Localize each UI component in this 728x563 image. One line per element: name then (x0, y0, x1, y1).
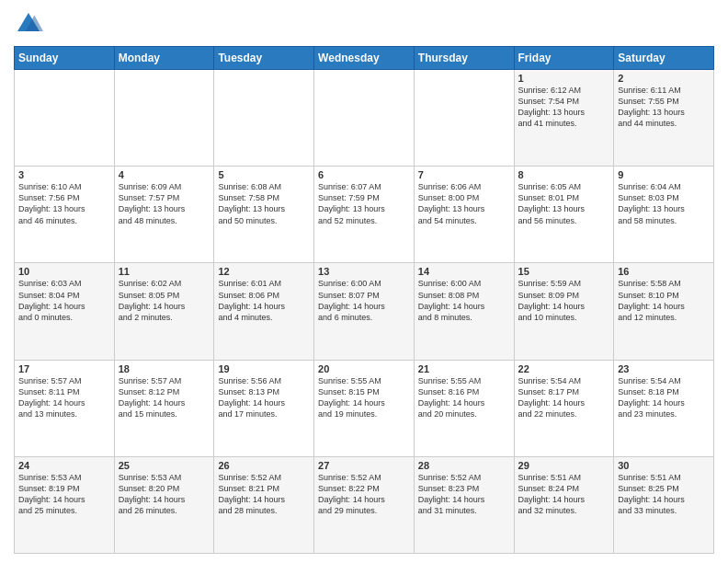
calendar-cell: 4Sunrise: 6:09 AM Sunset: 7:57 PM Daylig… (114, 167, 214, 263)
day-number: 24 (18, 460, 110, 471)
day-number: 5 (218, 169, 310, 180)
day-number: 21 (418, 363, 510, 374)
calendar-cell: 30Sunrise: 5:51 AM Sunset: 8:25 PM Dayli… (614, 456, 714, 553)
calendar-cell: 3Sunrise: 6:10 AM Sunset: 7:56 PM Daylig… (15, 167, 115, 263)
calendar-cell: 20Sunrise: 5:55 AM Sunset: 8:15 PM Dayli… (314, 360, 415, 456)
calendar-cell: 27Sunrise: 5:52 AM Sunset: 8:22 PM Dayli… (314, 456, 415, 553)
week-row-4: 24Sunrise: 5:53 AM Sunset: 8:19 PM Dayli… (15, 456, 714, 553)
day-number: 3 (18, 169, 110, 180)
day-number: 19 (218, 363, 310, 374)
day-number: 2 (618, 73, 710, 84)
day-number: 23 (618, 363, 710, 374)
day-info: Sunrise: 6:00 AM Sunset: 8:08 PM Dayligh… (418, 278, 510, 323)
day-number: 29 (518, 460, 610, 471)
day-info: Sunrise: 6:01 AM Sunset: 8:06 PM Dayligh… (218, 278, 310, 323)
day-number: 6 (318, 169, 410, 180)
day-info: Sunrise: 6:05 AM Sunset: 8:01 PM Dayligh… (518, 181, 610, 226)
day-number: 20 (318, 363, 410, 374)
week-row-3: 17Sunrise: 5:57 AM Sunset: 8:11 PM Dayli… (15, 360, 714, 456)
day-number: 15 (518, 266, 610, 277)
day-number: 11 (119, 266, 210, 277)
calendar-cell: 29Sunrise: 5:51 AM Sunset: 8:24 PM Dayli… (514, 456, 614, 553)
calendar-cell: 17Sunrise: 5:57 AM Sunset: 8:11 PM Dayli… (15, 360, 115, 456)
day-number: 4 (119, 169, 210, 180)
day-number: 16 (618, 266, 710, 277)
calendar-cell: 7Sunrise: 6:06 AM Sunset: 8:00 PM Daylig… (414, 167, 514, 263)
calendar-cell: 15Sunrise: 5:59 AM Sunset: 8:09 PM Dayli… (514, 263, 614, 360)
day-info: Sunrise: 5:53 AM Sunset: 8:20 PM Dayligh… (119, 472, 210, 517)
day-number: 28 (418, 460, 510, 471)
day-number: 27 (318, 460, 410, 471)
day-number: 9 (618, 169, 710, 180)
calendar-cell: 5Sunrise: 6:08 AM Sunset: 7:58 PM Daylig… (214, 167, 314, 263)
day-number: 8 (518, 169, 610, 180)
logo (14, 9, 47, 39)
calendar-body: 1Sunrise: 6:12 AM Sunset: 7:54 PM Daylig… (15, 70, 714, 554)
calendar-cell: 11Sunrise: 6:02 AM Sunset: 8:05 PM Dayli… (114, 263, 214, 360)
calendar-cell: 19Sunrise: 5:56 AM Sunset: 8:13 PM Dayli… (214, 360, 314, 456)
day-info: Sunrise: 6:00 AM Sunset: 8:07 PM Dayligh… (318, 278, 410, 323)
day-header-wednesday: Wednesday (314, 47, 415, 70)
day-info: Sunrise: 5:52 AM Sunset: 8:23 PM Dayligh… (418, 472, 510, 517)
calendar-cell: 18Sunrise: 5:57 AM Sunset: 8:12 PM Dayli… (114, 360, 214, 456)
day-number: 22 (518, 363, 610, 374)
calendar-cell: 23Sunrise: 5:54 AM Sunset: 8:18 PM Dayli… (614, 360, 714, 456)
calendar-cell: 25Sunrise: 5:53 AM Sunset: 8:20 PM Dayli… (114, 456, 214, 553)
day-info: Sunrise: 5:53 AM Sunset: 8:19 PM Dayligh… (18, 472, 110, 517)
calendar-cell: 28Sunrise: 5:52 AM Sunset: 8:23 PM Dayli… (414, 456, 514, 553)
calendar-cell (414, 70, 514, 167)
day-info: Sunrise: 5:52 AM Sunset: 8:22 PM Dayligh… (318, 472, 410, 517)
day-header-saturday: Saturday (614, 47, 714, 70)
day-number: 14 (418, 266, 510, 277)
day-info: Sunrise: 6:09 AM Sunset: 7:57 PM Dayligh… (119, 181, 210, 226)
calendar-cell: 8Sunrise: 6:05 AM Sunset: 8:01 PM Daylig… (514, 167, 614, 263)
day-number: 25 (119, 460, 210, 471)
calendar-cell: 10Sunrise: 6:03 AM Sunset: 8:04 PM Dayli… (15, 263, 115, 360)
day-info: Sunrise: 5:54 AM Sunset: 8:17 PM Dayligh… (518, 375, 610, 420)
calendar-cell: 14Sunrise: 6:00 AM Sunset: 8:08 PM Dayli… (414, 263, 514, 360)
day-info: Sunrise: 5:56 AM Sunset: 8:13 PM Dayligh… (218, 375, 310, 420)
day-number: 26 (218, 460, 310, 471)
day-info: Sunrise: 6:12 AM Sunset: 7:54 PM Dayligh… (518, 85, 610, 130)
day-info: Sunrise: 6:03 AM Sunset: 8:04 PM Dayligh… (18, 278, 110, 323)
day-header-thursday: Thursday (414, 47, 514, 70)
calendar-cell: 13Sunrise: 6:00 AM Sunset: 8:07 PM Dayli… (314, 263, 415, 360)
calendar-cell: 2Sunrise: 6:11 AM Sunset: 7:55 PM Daylig… (614, 70, 714, 167)
day-info: Sunrise: 5:51 AM Sunset: 8:24 PM Dayligh… (518, 472, 610, 517)
calendar-cell: 21Sunrise: 5:55 AM Sunset: 8:16 PM Dayli… (414, 360, 514, 456)
day-header-tuesday: Tuesday (214, 47, 314, 70)
day-info: Sunrise: 5:55 AM Sunset: 8:15 PM Dayligh… (318, 375, 410, 420)
calendar: SundayMondayTuesdayWednesdayThursdayFrid… (14, 46, 714, 554)
calendar-cell (15, 70, 115, 167)
day-number: 12 (218, 266, 310, 277)
header (14, 9, 714, 39)
calendar-header: SundayMondayTuesdayWednesdayThursdayFrid… (15, 47, 714, 70)
logo-icon (14, 9, 43, 39)
day-info: Sunrise: 5:55 AM Sunset: 8:16 PM Dayligh… (418, 375, 510, 420)
day-info: Sunrise: 6:02 AM Sunset: 8:05 PM Dayligh… (119, 278, 210, 323)
week-row-2: 10Sunrise: 6:03 AM Sunset: 8:04 PM Dayli… (15, 263, 714, 360)
calendar-cell (314, 70, 415, 167)
week-row-0: 1Sunrise: 6:12 AM Sunset: 7:54 PM Daylig… (15, 70, 714, 167)
calendar-cell (114, 70, 214, 167)
day-info: Sunrise: 6:10 AM Sunset: 7:56 PM Dayligh… (18, 181, 110, 226)
calendar-cell: 22Sunrise: 5:54 AM Sunset: 8:17 PM Dayli… (514, 360, 614, 456)
day-header-monday: Monday (114, 47, 214, 70)
calendar-cell (214, 70, 314, 167)
calendar-cell: 1Sunrise: 6:12 AM Sunset: 7:54 PM Daylig… (514, 70, 614, 167)
day-info: Sunrise: 5:59 AM Sunset: 8:09 PM Dayligh… (518, 278, 610, 323)
day-number: 1 (518, 73, 610, 84)
day-info: Sunrise: 6:06 AM Sunset: 8:00 PM Dayligh… (418, 181, 510, 226)
day-info: Sunrise: 5:51 AM Sunset: 8:25 PM Dayligh… (618, 472, 710, 517)
calendar-cell: 6Sunrise: 6:07 AM Sunset: 7:59 PM Daylig… (314, 167, 415, 263)
calendar-cell: 16Sunrise: 5:58 AM Sunset: 8:10 PM Dayli… (614, 263, 714, 360)
page: SundayMondayTuesdayWednesdayThursdayFrid… (0, 0, 728, 563)
calendar-cell: 12Sunrise: 6:01 AM Sunset: 8:06 PM Dayli… (214, 263, 314, 360)
calendar-cell: 24Sunrise: 5:53 AM Sunset: 8:19 PM Dayli… (15, 456, 115, 553)
calendar-cell: 9Sunrise: 6:04 AM Sunset: 8:03 PM Daylig… (614, 167, 714, 263)
day-info: Sunrise: 6:11 AM Sunset: 7:55 PM Dayligh… (618, 85, 710, 130)
day-number: 18 (119, 363, 210, 374)
day-header-sunday: Sunday (15, 47, 115, 70)
day-number: 7 (418, 169, 510, 180)
day-info: Sunrise: 5:52 AM Sunset: 8:21 PM Dayligh… (218, 472, 310, 517)
